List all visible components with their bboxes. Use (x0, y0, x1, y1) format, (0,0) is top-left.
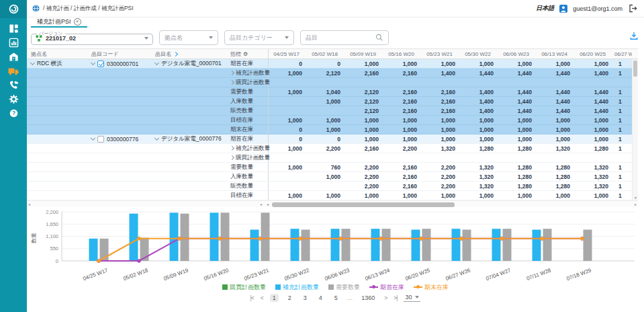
page-button[interactable]: 2 (285, 294, 294, 302)
value-cell: 1,280 (537, 183, 575, 190)
expand-columns-icon[interactable] (173, 51, 178, 56)
chevron-right-icon[interactable] (230, 71, 234, 75)
item-checkbox[interactable] (97, 61, 104, 67)
column-header-site[interactable]: 拠点名 (27, 50, 87, 58)
user-avatar[interactable] (559, 5, 567, 13)
page-button[interactable]: 5 (332, 294, 340, 302)
chevron-down-icon[interactable] (30, 61, 35, 65)
sidebar-item-dashboard[interactable] (0, 22, 27, 36)
pagination-prev-button[interactable]: < (261, 295, 263, 301)
chevron-right-icon[interactable] (230, 80, 234, 85)
table-row[interactable]: 補充計画数量1,0002,2002,1602,2001,3201,2801,28… (27, 144, 638, 153)
table-row[interactable]: 需要数量1,0007602,2002,1602,2001,3201,2801,2… (27, 163, 638, 172)
horizontal-scrollbar-thumb[interactable] (272, 202, 455, 207)
column-settings-gear-icon[interactable]: ⚙ (243, 51, 248, 57)
sidebar-item-warehouse[interactable] (0, 50, 27, 64)
vertical-scrollbar-thumb[interactable] (633, 61, 637, 77)
column-header-item-code[interactable]: 品目コード (87, 50, 151, 58)
table-row[interactable]: 目標在庫1,0001,0001,0001,0001,0001,0001,0001… (27, 116, 638, 125)
page-button[interactable]: 1360 (359, 294, 377, 302)
item-checkbox[interactable] (97, 136, 104, 143)
app-logo[interactable] (0, 0, 27, 18)
value-cell: 1,000 (383, 126, 422, 133)
chart-legend: 購買計画数量補充計画数量需要数量期首在庫期末在庫 (27, 282, 644, 292)
table-row[interactable]: 期末在庫01,0001,0001,0001,0001,0001,0001,000… (27, 125, 638, 134)
value-cell: 1,400 (422, 70, 460, 77)
sidebar-item-help[interactable]: ? (0, 106, 27, 120)
chevron-right-icon[interactable] (230, 146, 234, 151)
table-row[interactable]: 購買計画数量 (27, 78, 638, 87)
legend-item-bar[interactable]: 需要数量 (328, 283, 360, 292)
metric-label: 期末在庫 (230, 126, 253, 134)
legend-item-bar[interactable]: 補充計画数量 (275, 283, 319, 292)
value-cell: 2,160 (383, 89, 422, 95)
value-cell: 1,320 (575, 164, 613, 171)
value-cell: 2,120 (307, 70, 345, 77)
scroll-right-arrow-icon[interactable]: ▸ (635, 201, 637, 208)
scroll-down-arrow-icon[interactable]: ▼ (633, 196, 639, 200)
scroll-pane-left-arrow-icon[interactable]: ◂ (267, 201, 269, 208)
tab-close-icon[interactable]: ✕ (74, 18, 81, 26)
column-header-metric[interactable]: 指標 ⚙ (225, 49, 269, 58)
value-cell: 1,320 (575, 173, 613, 180)
sidebar-item-analytics[interactable] (0, 36, 27, 50)
chevron-down-icon[interactable] (154, 61, 159, 65)
vertical-scrollbar[interactable]: ▼ (632, 59, 638, 200)
tab-replenishment-psi[interactable]: 補充計画PSI ✕ (31, 17, 87, 28)
chevron-down-icon[interactable] (91, 61, 95, 65)
table-row[interactable]: 販売数量2,1202,1602,1601,4001,4401,4401,4401 (27, 106, 638, 116)
chevron-right-icon[interactable] (230, 155, 234, 160)
logout-icon[interactable] (628, 4, 637, 13)
table-row[interactable]: RDC 横浜0300000701デジタル家電_0000701期首在庫001,00… (27, 59, 638, 69)
table-row[interactable]: 入庫数量1,0002,1202,1602,1601,4001,4401,4401… (27, 97, 638, 106)
column-header-item-name[interactable]: 品目名 (151, 50, 225, 58)
value-cell: 0 (307, 136, 345, 143)
value-cell: 1,280 (537, 173, 575, 180)
page-button[interactable]: 3 (301, 294, 310, 302)
chevron-down-icon[interactable] (154, 136, 159, 141)
legend-item-bar[interactable]: 購買計画数量 (222, 283, 266, 292)
page-button[interactable]: 1 (270, 294, 279, 302)
horizontal-scrollbar[interactable]: ◂ ▸ ◂ ▸ (27, 200, 638, 207)
value-cell: 1,320 (460, 173, 498, 180)
language-selector[interactable]: 日本語 (536, 4, 554, 13)
chevron-down-icon[interactable] (91, 136, 95, 141)
item-category-select[interactable]: 品目カテゴリー (224, 30, 294, 45)
value-cell: 1,440 (498, 70, 537, 77)
value-cell: 1 (613, 89, 632, 95)
value-cell: 1,000 (422, 117, 460, 124)
sidebar-item-settings[interactable] (0, 92, 27, 106)
value-cell: 2,200 (422, 183, 460, 190)
item-search-input[interactable]: 品目 (300, 30, 389, 45)
sidebar-item-collaboration[interactable] (0, 78, 27, 92)
site-select[interactable]: 拠点名 (159, 30, 218, 45)
pagination-next-button[interactable]: > (384, 295, 387, 301)
scroll-left-arrow-icon[interactable]: ◂ (28, 201, 30, 208)
frozen-pane-right-arrow-icon[interactable]: ▸ (261, 201, 263, 208)
table-row[interactable]: 入庫数量1,0002,2002,1602,2001,3201,2801,2801… (27, 172, 638, 182)
version-value: 221017_02 (46, 35, 76, 42)
download-button[interactable] (629, 31, 639, 43)
legend-item-line[interactable]: 期末在庫 (414, 283, 449, 292)
value-cell: 1,440 (537, 89, 575, 95)
value-cell: 1 (613, 98, 632, 105)
sidebar-item-transport[interactable] (0, 64, 27, 78)
page-button[interactable]: 4 (316, 294, 325, 302)
value-cell: 2,120 (345, 98, 383, 105)
metric-cell: 入庫数量 (225, 97, 269, 106)
globe-icon (32, 5, 40, 12)
table-row[interactable]: 補充計画数量1,0002,1202,1602,1601,4001,4401,44… (27, 69, 638, 78)
version-select[interactable]: バージョン 221017_02 (31, 30, 153, 45)
table-row[interactable]: 販売数量2,2002,1602,2001,3201,2801,2801,3201 (27, 182, 638, 191)
table-row[interactable]: 需要数量1,0001,0402,1202,1602,1601,4001,4401… (27, 87, 638, 97)
table-row[interactable]: 0300000776デジタル家電_0000776期首在庫001,0001,000… (27, 134, 638, 144)
legend-item-line[interactable]: 期首在庫 (369, 283, 404, 292)
table-row[interactable]: 目標在庫1,0001,0001,0001,0001,0001,0001,0001… (27, 191, 638, 200)
value-cell: 1,440 (537, 108, 575, 114)
table-row[interactable]: 購買計画数量 (27, 153, 638, 163)
page-size-select[interactable]: 30 (404, 294, 420, 302)
pagination-last-button[interactable]: >| (394, 295, 397, 301)
metric-cell: 購買計画数量 (225, 153, 269, 162)
pagination-first-button[interactable]: |< (250, 295, 254, 301)
week-column-header: 06/20 W25 (575, 51, 613, 57)
